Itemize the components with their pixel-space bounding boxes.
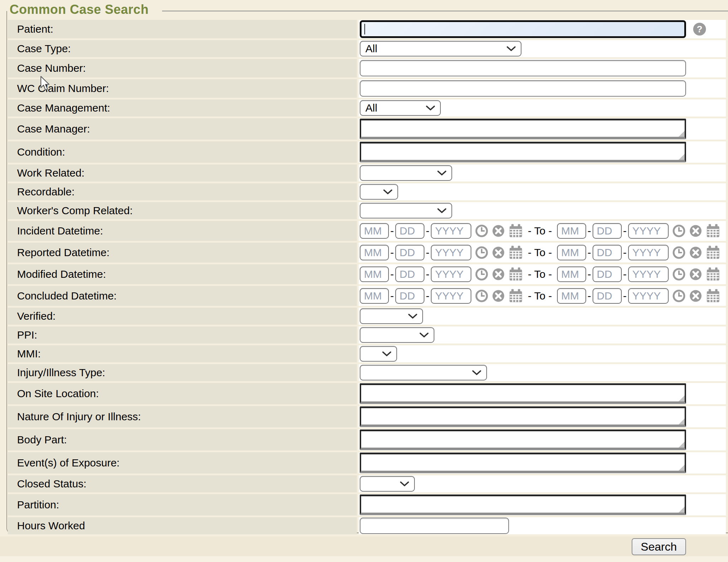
incident-to-year-input[interactable]	[628, 223, 669, 239]
modified-from-day-input[interactable]	[395, 266, 424, 282]
modified-to-month-input[interactable]	[557, 266, 586, 282]
case-type-select[interactable]: All	[360, 41, 521, 56]
resize-grip[interactable]	[679, 507, 685, 513]
resize-grip[interactable]	[679, 131, 685, 137]
date-separator: -	[426, 290, 429, 302]
resize-grip[interactable]	[679, 442, 685, 448]
partition-textarea[interactable]	[360, 495, 686, 515]
help-icon[interactable]: ?	[693, 23, 706, 36]
workers-comp-related-select[interactable]	[360, 203, 452, 218]
case-management-select[interactable]: All	[360, 100, 441, 116]
condition-label: Condition:	[8, 141, 357, 163]
reported-from-month-input[interactable]	[360, 245, 389, 260]
chevron-down-icon	[419, 333, 429, 337]
hours-worked-input[interactable]	[360, 518, 509, 534]
clock-icon[interactable]	[673, 290, 685, 302]
date-range-to-label: - To -	[528, 225, 552, 237]
reported-to-day-input[interactable]	[593, 245, 622, 260]
clear-icon[interactable]	[689, 290, 702, 302]
row-wc-claim-number: WC Claim Number:	[8, 79, 726, 98]
case-type-label: Case Type:	[8, 40, 357, 57]
concluded-from-year-input[interactable]	[431, 288, 471, 304]
row-condition: Condition:	[8, 141, 726, 163]
clock-icon[interactable]	[475, 225, 488, 237]
injury-illness-type-select[interactable]	[360, 365, 487, 380]
case-number-label: Case Number:	[8, 59, 357, 77]
nature-of-injury-textarea[interactable]	[360, 406, 686, 427]
calendar-icon[interactable]	[509, 267, 523, 281]
concluded-to-year-input[interactable]	[628, 288, 669, 304]
clear-icon[interactable]	[689, 225, 702, 237]
calendar-icon[interactable]	[706, 224, 720, 238]
date-separator: -	[588, 225, 591, 237]
search-button-band: Search	[0, 536, 728, 556]
closed-status-select[interactable]	[360, 476, 415, 492]
patient-input[interactable]	[360, 20, 686, 38]
calendar-icon[interactable]	[509, 245, 523, 260]
calendar-icon[interactable]	[706, 267, 720, 281]
closed-status-label: Closed Status:	[8, 475, 357, 492]
date-separator: -	[426, 247, 429, 259]
incident-to-month-input[interactable]	[557, 223, 586, 239]
reported-to-month-input[interactable]	[557, 245, 586, 260]
work-related-select[interactable]	[360, 165, 452, 181]
on-site-location-textarea[interactable]	[360, 383, 686, 404]
clock-icon[interactable]	[475, 268, 488, 281]
condition-textarea[interactable]	[360, 142, 686, 162]
clock-icon[interactable]	[673, 246, 685, 259]
clock-icon[interactable]	[673, 268, 685, 281]
date-separator: -	[623, 290, 627, 302]
incident-from-day-input[interactable]	[395, 223, 424, 239]
resize-grip[interactable]	[679, 154, 685, 160]
incident-from-month-input[interactable]	[360, 223, 389, 239]
mmi-select[interactable]	[360, 346, 397, 362]
row-reported-datetime: Reported Datetime: - - - To - - -	[8, 243, 726, 263]
verified-select[interactable]	[360, 308, 423, 324]
resize-grip[interactable]	[679, 418, 685, 425]
modified-from-month-input[interactable]	[360, 266, 389, 282]
concluded-from-day-input[interactable]	[395, 288, 424, 304]
clear-icon[interactable]	[689, 246, 702, 259]
reported-to-year-input[interactable]	[628, 245, 669, 260]
chevron-down-icon	[437, 208, 446, 213]
resize-grip[interactable]	[679, 465, 685, 471]
clear-icon[interactable]	[492, 268, 505, 281]
calendar-icon[interactable]	[706, 245, 720, 260]
calendar-icon[interactable]	[706, 289, 720, 303]
row-partition: Partition:	[8, 494, 726, 515]
clear-icon[interactable]	[492, 246, 505, 259]
calendar-icon[interactable]	[509, 289, 523, 303]
clear-icon[interactable]	[689, 268, 702, 281]
events-of-exposure-textarea[interactable]	[360, 453, 686, 473]
date-separator: -	[623, 247, 627, 259]
row-incident-datetime: Incident Datetime: - - - To - - -	[8, 221, 726, 241]
clear-icon[interactable]	[492, 225, 505, 237]
wc-claim-number-input[interactable]	[360, 80, 686, 97]
case-number-input[interactable]	[360, 60, 686, 76]
recordable-select[interactable]	[360, 184, 398, 200]
clear-icon[interactable]	[492, 290, 505, 302]
row-workers-comp-related: Worker's Comp Related:	[8, 202, 726, 219]
incident-to-day-input[interactable]	[593, 223, 622, 239]
clock-icon[interactable]	[475, 246, 488, 259]
clock-icon[interactable]	[475, 290, 488, 302]
incident-from-year-input[interactable]	[431, 223, 471, 239]
date-separator: -	[390, 268, 394, 280]
resize-grip[interactable]	[679, 395, 685, 401]
clock-icon[interactable]	[673, 225, 685, 237]
date-separator: -	[623, 268, 627, 280]
reported-from-year-input[interactable]	[431, 245, 471, 260]
case-manager-textarea[interactable]	[360, 119, 686, 139]
reported-from-day-input[interactable]	[395, 245, 424, 260]
ppi-select[interactable]	[360, 327, 434, 343]
concluded-from-month-input[interactable]	[360, 288, 389, 304]
common-case-search-page: { "title": "Common Case Search", "rows":…	[0, 0, 728, 562]
calendar-icon[interactable]	[509, 224, 523, 238]
modified-to-day-input[interactable]	[593, 266, 622, 282]
modified-from-year-input[interactable]	[431, 266, 471, 282]
concluded-to-month-input[interactable]	[557, 288, 586, 304]
search-button[interactable]: Search	[632, 538, 686, 555]
modified-to-year-input[interactable]	[628, 266, 669, 282]
body-part-textarea[interactable]	[360, 429, 686, 450]
concluded-to-day-input[interactable]	[593, 288, 622, 304]
